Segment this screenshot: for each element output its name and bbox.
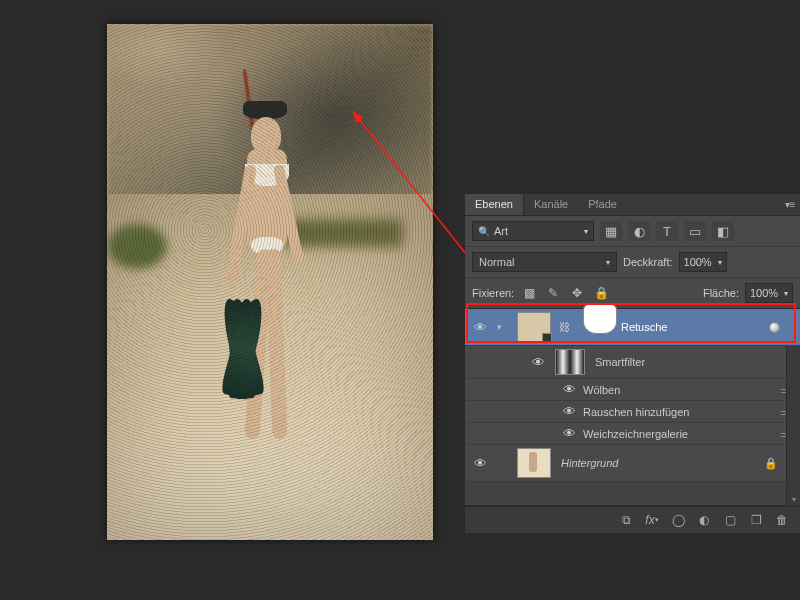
expand-toggle[interactable]: ▾ — [497, 322, 511, 332]
layer-mask-thumbnail[interactable] — [583, 304, 617, 334]
lock-pixels-icon[interactable]: ✎ — [544, 284, 562, 302]
panel-menu-icon[interactable]: ▾≡ — [780, 194, 800, 215]
layer-retusche[interactable]: 👁 ▾ ⛓ Retusche — [465, 309, 800, 346]
filter-kind-label: Art — [494, 225, 508, 237]
tab-paths[interactable]: Pfade — [578, 194, 627, 215]
blend-mode-select[interactable]: Normal ▾ — [472, 252, 617, 272]
visibility-toggle[interactable]: 👁 — [561, 382, 577, 397]
visibility-toggle[interactable]: 👁 — [561, 426, 577, 441]
smartfilters-row[interactable]: 👁 Smartfilter — [465, 346, 800, 379]
layer-background[interactable]: 👁 Hintergrund 🔒 — [465, 445, 800, 482]
lock-transparent-icon[interactable]: ▩ — [520, 284, 538, 302]
new-layer-icon[interactable]: ❐ — [744, 511, 768, 529]
layer-name[interactable]: Retusche — [617, 321, 763, 333]
layers-panel: Ebenen Kanäle Pfade ▾≡ 🔍 Art ▾ ▦ ◐ T ▭ ◧… — [465, 193, 800, 533]
opacity-input[interactable]: 100% ▾ — [679, 252, 727, 272]
fill-value: 100% — [750, 287, 778, 299]
filter-name: Wölben — [583, 384, 774, 396]
search-icon: 🔍 — [478, 226, 490, 237]
filter-shape-icon[interactable]: ▭ — [684, 221, 706, 241]
layer-thumbnail[interactable] — [517, 448, 551, 478]
layer-filter-row: 🔍 Art ▾ ▦ ◐ T ▭ ◧ — [465, 216, 800, 247]
filter-rauschen[interactable]: 👁 Rauschen hinzufügen ⚌ — [465, 401, 800, 423]
chevron-down-icon: ▾ — [584, 227, 588, 236]
filter-weichzeichner[interactable]: 👁 Weichzeichnergalerie ⚌ — [465, 423, 800, 445]
lock-row: Fixieren: ▩ ✎ ✥ 🔒 Fläche: 100% ▾ — [465, 278, 800, 309]
scroll-down-icon[interactable]: ▾ — [787, 492, 800, 506]
chevron-down-icon: ▾ — [718, 258, 722, 267]
layer-effects-icon[interactable]: fx▾ — [640, 511, 664, 529]
blend-row: Normal ▾ Deckkraft: 100% ▾ — [465, 247, 800, 278]
add-mask-icon[interactable]: ◯ — [666, 511, 690, 529]
document-canvas[interactable] — [107, 24, 433, 540]
filter-type-icon[interactable]: T — [656, 221, 678, 241]
fill-input[interactable]: 100% ▾ — [745, 283, 793, 303]
layer-list: ▴ ▾ 👁 ▾ ⛓ Retusche 👁 Smartfilter 👁 Wölbe… — [465, 309, 800, 506]
blend-mode-value: Normal — [479, 256, 514, 268]
opacity-value: 100% — [684, 256, 712, 268]
visibility-toggle[interactable]: 👁 — [469, 456, 491, 471]
panel-tab-bar: Ebenen Kanäle Pfade ▾≡ — [465, 194, 800, 216]
opacity-label: Deckkraft: — [623, 256, 673, 268]
layer-name[interactable]: Hintergrund — [557, 457, 758, 469]
visibility-toggle[interactable]: 👁 — [561, 404, 577, 419]
vegetation-left — [107, 224, 167, 269]
layer-style-indicator[interactable] — [769, 322, 780, 333]
filter-name: Rauschen hinzufügen — [583, 406, 774, 418]
lock-all-icon[interactable]: 🔒 — [592, 284, 610, 302]
filter-kind-select[interactable]: 🔍 Art ▾ — [472, 221, 594, 241]
panel-footer: ⧉ fx▾ ◯ ◐ ▢ ❐ 🗑 — [465, 506, 800, 533]
delete-layer-icon[interactable]: 🗑 — [770, 511, 794, 529]
lock-label: Fixieren: — [472, 287, 514, 299]
visibility-toggle[interactable]: 👁 — [527, 355, 549, 370]
new-group-icon[interactable]: ▢ — [718, 511, 742, 529]
new-adjustment-icon[interactable]: ◐ — [692, 511, 716, 529]
subject-figure — [237, 109, 327, 489]
lock-position-icon[interactable]: ✥ — [568, 284, 586, 302]
visibility-toggle[interactable]: 👁 — [469, 320, 491, 335]
filter-smart-icon[interactable]: ◧ — [712, 221, 734, 241]
fill-label: Fläche: — [703, 287, 739, 299]
tab-channels[interactable]: Kanäle — [524, 194, 578, 215]
filter-pixel-icon[interactable]: ▦ — [600, 221, 622, 241]
smartfilters-label: Smartfilter — [591, 356, 784, 368]
filter-name: Weichzeichnergalerie — [583, 428, 774, 440]
link-icon: ⛓ — [557, 321, 571, 333]
lock-icon[interactable]: 🔒 — [764, 457, 778, 470]
filter-adjustment-icon[interactable]: ◐ — [628, 221, 650, 241]
chevron-down-icon: ▾ — [784, 289, 788, 298]
filter-woelben[interactable]: 👁 Wölben ⚌ — [465, 379, 800, 401]
layer-thumbnail[interactable] — [517, 312, 551, 342]
filter-mask-thumbnail[interactable] — [555, 349, 585, 375]
link-layers-icon[interactable]: ⧉ — [614, 511, 638, 529]
chevron-down-icon: ▾ — [606, 258, 610, 267]
tab-layers[interactable]: Ebenen — [465, 194, 524, 215]
